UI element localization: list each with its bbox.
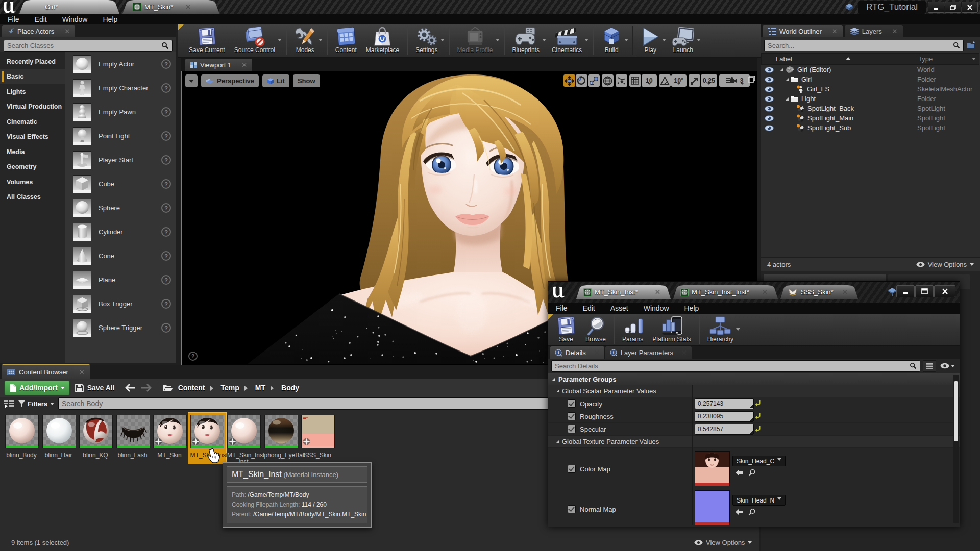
category-all-classes[interactable]: All Classes bbox=[0, 190, 65, 205]
outliner-row-girl-fs[interactable]: Girl_FSSkeletalMeshActor bbox=[761, 84, 980, 94]
group-global-scalar-parameter-values[interactable]: Global Scalar Parameter Values bbox=[548, 385, 960, 397]
menu-help[interactable]: Help bbox=[95, 15, 125, 23]
chevron-down-icon[interactable] bbox=[278, 39, 282, 43]
marketplace-button[interactable]: Marketplace bbox=[361, 24, 404, 54]
menu-file[interactable]: File bbox=[0, 15, 27, 23]
label-column-header[interactable]: Label bbox=[776, 55, 792, 63]
close-icon[interactable]: ✕ bbox=[241, 61, 247, 69]
maximize-viewport-icon[interactable] bbox=[748, 76, 755, 83]
asset-thumbnail[interactable] bbox=[116, 415, 150, 448]
scale-snap-size-button[interactable]: 0.25 bbox=[701, 74, 717, 87]
tab-mt-skin-inst[interactable]: MT_Skin_Inst*✕ bbox=[576, 285, 671, 299]
restore-button[interactable] bbox=[945, 2, 961, 13]
viewport-options-dropdown[interactable] bbox=[185, 74, 198, 87]
asset-blinn-body[interactable]: blinn_Body bbox=[5, 415, 38, 459]
skin-head-normal-thumbnail[interactable] bbox=[695, 490, 730, 525]
reset-to-default-icon[interactable] bbox=[754, 412, 761, 419]
scale-snap-button[interactable] bbox=[689, 74, 700, 87]
build-button[interactable]: Build bbox=[597, 24, 626, 54]
category-geometry[interactable]: Geometry bbox=[0, 160, 65, 175]
breadcrumb-mt[interactable]: MT bbox=[255, 384, 265, 392]
tab-viewport-1[interactable]: Viewport 1 ✕ bbox=[185, 59, 252, 71]
camera-speed-button[interactable]: 3 bbox=[719, 74, 750, 87]
asset-phong-eyeball[interactable]: phong_EyeBall bbox=[264, 415, 297, 459]
outliner-row-girl-editor[interactable]: Girl (Editor)World bbox=[761, 65, 980, 74]
cb-view-options-button[interactable]: View Options bbox=[694, 539, 752, 546]
asset-thumbnail[interactable] bbox=[227, 415, 261, 448]
hierarchy-button[interactable]: Hierarchy bbox=[703, 314, 738, 343]
outliner-row-spotlight-sub[interactable]: SpotLight_SubSpotLight bbox=[761, 123, 980, 133]
media-profile-button[interactable]: Media Profile bbox=[453, 24, 498, 54]
visibility-eye-icon[interactable] bbox=[765, 125, 775, 131]
param-value-spinbox[interactable]: 0.542857 bbox=[695, 424, 754, 435]
menu-help[interactable]: Help bbox=[677, 304, 707, 312]
type-column-header[interactable]: Type bbox=[918, 55, 933, 63]
outliner-view-options-button[interactable]: View Options bbox=[916, 261, 974, 268]
asset-blinn-kq[interactable]: blinn_KQ bbox=[79, 415, 112, 459]
close-icon[interactable]: ✕ bbox=[892, 28, 898, 35]
show-button[interactable]: Show bbox=[293, 74, 320, 87]
help-icon[interactable]: ? bbox=[161, 83, 171, 93]
browse-to-asset-icon[interactable] bbox=[748, 508, 756, 516]
close-icon[interactable]: ✕ bbox=[655, 288, 660, 296]
chevron-down-icon[interactable] bbox=[736, 328, 740, 333]
texture-asset-dropdown[interactable]: Skin_Head_N bbox=[732, 495, 786, 506]
chevron-down-icon[interactable] bbox=[542, 39, 546, 43]
close-button[interactable] bbox=[934, 285, 955, 297]
chevron-down-icon[interactable] bbox=[440, 39, 445, 43]
breadcrumb-temp[interactable]: Temp bbox=[221, 384, 239, 392]
lit-button[interactable]: Lit bbox=[262, 74, 289, 87]
place-item-empty-actor[interactable]: Empty Actor? bbox=[65, 52, 176, 76]
angle-snap-size-button[interactable]: 10° bbox=[671, 74, 687, 87]
parameter-groups-header[interactable]: Parameter Groups bbox=[548, 373, 960, 385]
help-icon[interactable]: ? bbox=[161, 155, 171, 165]
tab-mt-skin-inst-inst[interactable]: MT_Skin_Inst_Inst*✕ bbox=[673, 285, 778, 299]
outliner-row-light[interactable]: LightFolder bbox=[761, 94, 980, 104]
use-selected-arrow-icon[interactable] bbox=[734, 509, 743, 515]
asset-sss-skin[interactable]: SSS_Skin bbox=[301, 415, 334, 459]
sources-panel-icon[interactable] bbox=[4, 399, 14, 408]
move-tool-button[interactable] bbox=[564, 74, 575, 87]
texture-asset-dropdown[interactable]: Skin_Head_C bbox=[732, 456, 786, 466]
doctab-layer-parameters[interactable]: iLayer Parameters✕ bbox=[605, 346, 692, 359]
spin-handle-icon[interactable] bbox=[748, 416, 753, 421]
skin-head-color-thumbnail[interactable] bbox=[695, 451, 730, 486]
expander-icon[interactable] bbox=[780, 68, 783, 71]
tab-place-actors[interactable]: Place Actors ✕ bbox=[2, 25, 75, 37]
close-icon[interactable]: ✕ bbox=[762, 288, 768, 296]
outliner-row-girl[interactable]: GirlFolder bbox=[761, 74, 980, 84]
asset-blinn-hair[interactable]: blinn_Hair bbox=[42, 415, 75, 459]
chevron-down-icon[interactable] bbox=[697, 39, 701, 43]
content-button[interactable]: Content bbox=[331, 24, 361, 54]
help-icon[interactable]: ? bbox=[161, 323, 171, 333]
param-value-spinbox[interactable]: 0.238095 bbox=[695, 411, 754, 422]
asset-thumbnail[interactable] bbox=[153, 415, 187, 448]
place-item-cube[interactable]: Cube? bbox=[65, 172, 176, 196]
save-all-button[interactable]: Save All bbox=[70, 384, 120, 392]
restore-button[interactable] bbox=[915, 285, 934, 297]
help-icon[interactable]: ? bbox=[161, 299, 171, 309]
asset-thumbnail[interactable] bbox=[264, 415, 298, 448]
menu-window[interactable]: Window bbox=[636, 304, 677, 312]
help-icon[interactable]: ? bbox=[161, 275, 171, 285]
visibility-eye-icon[interactable] bbox=[765, 96, 775, 102]
category-visual-effects[interactable]: Visual Effects bbox=[0, 130, 65, 145]
tab-mt-skin[interactable]: MT_Skin*✕ bbox=[122, 0, 219, 14]
category-media[interactable]: Media bbox=[0, 144, 65, 160]
asset-thumbnail[interactable] bbox=[301, 415, 335, 448]
place-item-empty-pawn[interactable]: Empty Pawn? bbox=[65, 100, 176, 124]
category-lights[interactable]: Lights bbox=[0, 84, 65, 99]
tab-world-outliner[interactable]: World Outliner✕ bbox=[763, 25, 843, 37]
visibility-eye-icon[interactable] bbox=[765, 77, 775, 83]
asset-thumbnail[interactable] bbox=[190, 415, 224, 448]
menu-edit[interactable]: Edit bbox=[575, 304, 603, 312]
details-scrollbar[interactable] bbox=[953, 375, 959, 523]
outliner-row-spotlight-back[interactable]: SpotLight_BackSpotLight bbox=[761, 104, 980, 113]
place-item-cone[interactable]: Cone? bbox=[65, 244, 176, 268]
close-icon[interactable]: ✕ bbox=[832, 28, 838, 35]
override-checkbox[interactable] bbox=[568, 412, 576, 420]
blueprints-button[interactable]: Blueprints bbox=[508, 24, 544, 54]
scale-tool-button[interactable] bbox=[588, 74, 600, 87]
asset-mt-skin[interactable]: MT_Skin bbox=[153, 415, 186, 459]
breadcrumb-body[interactable]: Body bbox=[281, 384, 299, 392]
